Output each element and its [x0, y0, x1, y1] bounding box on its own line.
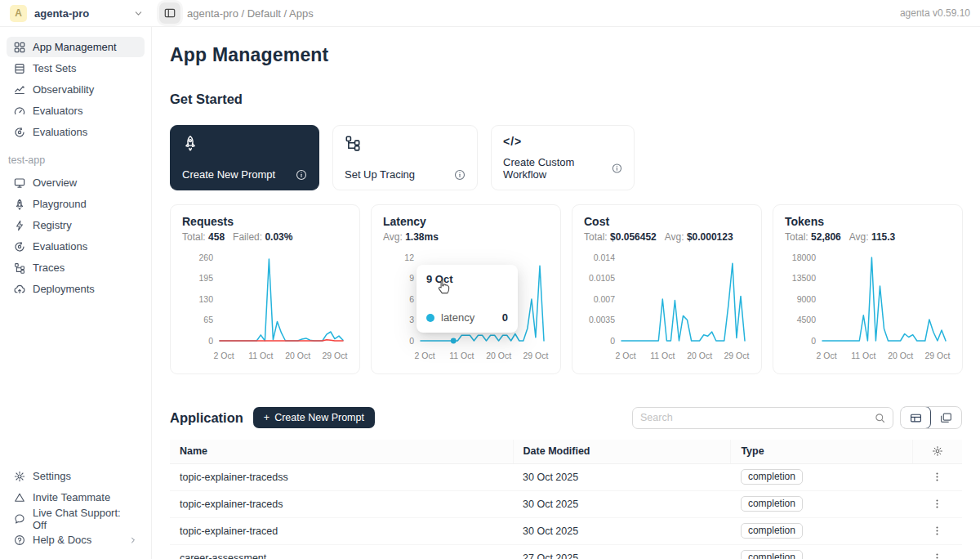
sidebar-item-traces[interactable]: Traces	[7, 257, 145, 278]
svg-text:13500: 13500	[792, 273, 816, 283]
create-custom-workflow-card[interactable]: </> Create Custom Workflow	[491, 125, 635, 190]
breadcrumb[interactable]: agenta-pro / Default / Apps	[187, 7, 314, 20]
app-name[interactable]: topic-explainer-traceds	[170, 490, 513, 517]
type-badge: completion	[741, 469, 803, 485]
chat-icon	[14, 513, 25, 525]
app-name[interactable]: career-assessment	[170, 544, 513, 559]
table-row[interactable]: topic-explainer-tracedss 30 Oct 2025 com…	[170, 463, 962, 490]
gauge-icon	[14, 105, 25, 117]
tree-icon	[14, 262, 25, 274]
sidebar-item-evaluations[interactable]: Evaluations	[7, 122, 145, 142]
evaluation-icon	[14, 241, 25, 253]
app-date: 30 Oct 2025	[513, 490, 731, 517]
chart-stats: Total: 52,806Avg: 115.3	[785, 231, 951, 243]
chart-title: Cost	[584, 215, 750, 228]
svg-text:0: 0	[610, 336, 615, 346]
tokens-chart-card[interactable]: Tokens Total: 52,806Avg: 115.3 180001350…	[773, 204, 963, 374]
sidebar-item-label: Invite Teammate	[33, 491, 110, 503]
app-date: 30 Oct 2025	[513, 517, 731, 544]
page-title: App Management	[170, 44, 962, 66]
triangle-icon	[14, 492, 25, 503]
row-menu-icon[interactable]	[922, 525, 952, 536]
svg-text:9000: 9000	[797, 294, 817, 304]
chevron-down-icon	[134, 9, 143, 18]
mouse-cursor-hand-icon	[436, 279, 451, 295]
cost-chart-card[interactable]: Cost Total: $0.056452Avg: $0.000123 0.01…	[572, 204, 762, 374]
sidebar-item-label: Deployments	[33, 283, 95, 295]
row-menu-icon[interactable]	[922, 472, 952, 482]
svg-text:0.0105: 0.0105	[589, 273, 615, 283]
sidebar-item-help-docs[interactable]: Help & Docs	[7, 530, 145, 550]
card-view-button[interactable]	[930, 407, 961, 428]
table-row[interactable]: topic-explainer-traceds 30 Oct 2025 comp…	[170, 490, 962, 517]
search-box[interactable]	[632, 407, 893, 429]
svg-text:130: 130	[198, 294, 213, 304]
monitor-icon	[14, 177, 25, 189]
sidebar-item-registry[interactable]: Registry	[7, 215, 145, 235]
sidebar-item-settings[interactable]: Settings	[7, 466, 145, 486]
svg-text:3: 3	[409, 315, 414, 324]
create-new-prompt-button[interactable]: + Create New Prompt	[253, 407, 375, 428]
sidebar-item-live-chat[interactable]: Live Chat Support: Off	[7, 508, 145, 529]
info-icon[interactable]	[454, 169, 466, 181]
svg-text:260: 260	[198, 253, 213, 262]
sidebar-item-test-sets[interactable]: Test Sets	[7, 58, 145, 78]
set-up-tracing-card[interactable]: Set Up Tracing	[332, 125, 478, 190]
app-name[interactable]: topic-explainer-tracedss	[170, 463, 513, 490]
sidebar-item-app-management[interactable]: App Management	[7, 37, 145, 57]
svg-text:11 Oct: 11 Oct	[449, 351, 474, 360]
card-label: Create New Prompt	[182, 168, 275, 181]
series-dot-icon	[426, 314, 434, 322]
column-header-name[interactable]: Name	[170, 440, 513, 463]
search-icon[interactable]	[875, 413, 885, 423]
sidebar-item-evaluators[interactable]: Evaluators	[7, 101, 145, 121]
sidebar-collapse-button[interactable]	[159, 2, 180, 24]
table-view-icon	[910, 412, 922, 424]
sidebar-item-observability[interactable]: Observability	[7, 79, 145, 100]
type-badge: completion	[741, 496, 803, 512]
app-name[interactable]: topic-explainer-traced	[170, 517, 513, 544]
search-input[interactable]	[640, 412, 875, 423]
app-date: 27 Oct 2025	[513, 544, 731, 559]
tooltip-series-value: 0	[502, 311, 508, 324]
row-menu-icon[interactable]	[922, 552, 952, 559]
tree-icon	[345, 135, 361, 151]
requests-line-chart: 2601951306502 Oct11 Oct20 Oct29 Oct	[182, 248, 348, 369]
sidebar-item-label: Evaluations	[33, 240, 87, 253]
table-settings-gear-icon[interactable]	[923, 445, 952, 457]
card-label: Create Custom Workflow	[503, 156, 612, 181]
sidebar-item-overview[interactable]: Overview	[7, 172, 145, 193]
sidebar-item-label: Traces	[33, 262, 65, 274]
info-icon[interactable]	[296, 169, 307, 181]
bolt-icon	[14, 220, 25, 231]
gear-icon	[14, 471, 25, 482]
requests-chart-card[interactable]: Requests Total: 458Failed: 0.03% 2601951…	[170, 204, 360, 374]
info-icon[interactable]	[612, 163, 622, 174]
svg-text:29 Oct: 29 Oct	[924, 351, 950, 360]
row-menu-icon[interactable]	[922, 499, 952, 509]
svg-text:20 Oct: 20 Oct	[687, 351, 712, 360]
column-header-type[interactable]: Type	[731, 440, 912, 463]
type-badge: completion	[741, 550, 803, 559]
table-row[interactable]: topic-explainer-traced 30 Oct 2025 compl…	[170, 517, 962, 544]
table-view-button[interactable]	[900, 406, 931, 429]
svg-text:29 Oct: 29 Oct	[322, 351, 347, 360]
table-row[interactable]: career-assessment 27 Oct 2025 completion	[170, 544, 962, 559]
chart-stats: Total: $0.056452Avg: $0.000123	[584, 231, 750, 243]
sidebar-item-label: Test Sets	[33, 62, 76, 74]
svg-text:2 Oct: 2 Oct	[414, 351, 434, 360]
get-started-heading: Get Started	[170, 92, 962, 107]
sidebar-item-invite-teammate[interactable]: Invite Teammate	[7, 487, 145, 508]
sidebar-item-playground[interactable]: Playground	[7, 194, 145, 214]
column-header-date-modified[interactable]: Date Modified	[513, 440, 731, 463]
sidebar-item-label: Evaluations	[33, 126, 87, 138]
workspace-selector[interactable]: A agenta-pro	[10, 5, 151, 22]
grid-icon	[14, 42, 25, 53]
question-icon	[14, 534, 25, 546]
sidebar-item-evaluations-app[interactable]: Evaluations	[7, 236, 145, 257]
create-new-prompt-card[interactable]: Create New Prompt	[170, 125, 319, 190]
table-header-row: Name Date Modified Type	[170, 440, 962, 463]
svg-text:0: 0	[409, 336, 414, 346]
sidebar-item-deployments[interactable]: Deployments	[7, 279, 145, 299]
cloud-icon	[14, 284, 25, 295]
